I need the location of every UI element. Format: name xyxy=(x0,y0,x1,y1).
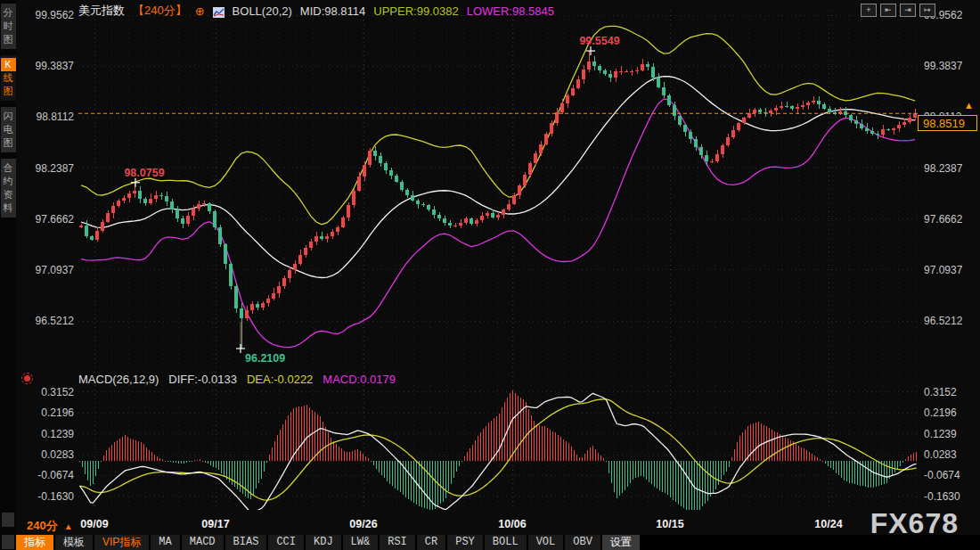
toolbar-item-OBV[interactable]: OBV xyxy=(565,535,600,550)
period-selector-label: 240分 xyxy=(27,518,58,534)
toolbar-item-MACD[interactable]: MACD xyxy=(182,535,224,550)
toolbar-item-LW&[interactable]: LW& xyxy=(343,535,379,550)
boll-lower-value: LOWER:98.5845 xyxy=(467,4,554,18)
svg-text:97.0937: 97.0937 xyxy=(924,264,963,276)
toolbar-item-RSI[interactable]: RSI xyxy=(380,535,415,550)
svg-text:10/06: 10/06 xyxy=(498,518,526,530)
sidebar-tab-char: 合 xyxy=(1,161,16,175)
symbol-name: 美元指数 xyxy=(78,3,125,19)
svg-text:98.0759: 98.0759 xyxy=(124,167,164,179)
sidebar-tab-1[interactable]: 分时图 xyxy=(1,4,16,49)
blink-dot-icon xyxy=(24,375,30,382)
toolbar-item-VIP指标[interactable]: VIP指标 xyxy=(94,535,149,550)
chart-canvas[interactable]: 98.075996.210999.554999.956299.956299.38… xyxy=(0,0,980,550)
svg-text:-0.1630: -0.1630 xyxy=(37,490,74,503)
svg-text:0.3152: 0.3152 xyxy=(41,386,74,398)
period-selector[interactable]: 240分 ▲ xyxy=(27,518,73,534)
svg-text:98.8112: 98.8112 xyxy=(37,111,75,123)
sidebar-tab-char: 图 xyxy=(1,33,16,46)
current-price-tag: 98.8519 xyxy=(918,115,977,131)
sidebar-tab-char: K xyxy=(1,58,16,71)
sidebar-tab-char: 闪 xyxy=(1,110,16,123)
bollinger-bands xyxy=(81,26,915,347)
svg-text:96.2109: 96.2109 xyxy=(245,352,285,365)
svg-text:97.0937: 97.0937 xyxy=(36,264,75,276)
sidebar-tab-2[interactable]: K线图 xyxy=(1,55,16,101)
svg-text:0.2196: 0.2196 xyxy=(41,406,74,419)
macd-panel xyxy=(79,390,918,516)
toolbar-item-KDJ[interactable]: KDJ xyxy=(306,535,341,550)
svg-text:09/17: 09/17 xyxy=(201,518,229,530)
sidebar-tab-char: 料 xyxy=(1,201,16,215)
svg-text:98.2387: 98.2387 xyxy=(36,162,75,175)
svg-text:97.6662: 97.6662 xyxy=(924,213,963,226)
svg-text:-0.1630: -0.1630 xyxy=(924,490,960,503)
toolbar-item-MA[interactable]: MA xyxy=(151,535,179,550)
svg-text:09/26: 09/26 xyxy=(349,518,377,530)
toolbar-item-模板[interactable]: 模板 xyxy=(55,535,93,550)
macd-histogram xyxy=(79,390,918,516)
triangle-up-icon: ▲ xyxy=(64,521,73,531)
boll-mid-value: MID:98.8114 xyxy=(300,4,365,18)
svg-text:98.2387: 98.2387 xyxy=(924,162,963,175)
pan-right-icon[interactable]: ⇥ xyxy=(900,4,916,17)
toolbar-item-PSY[interactable]: PSY xyxy=(447,535,483,550)
svg-text:96.5212: 96.5212 xyxy=(36,315,75,327)
crosshair-icon[interactable]: + xyxy=(861,4,877,17)
macd-params: MACD(26,12,9) xyxy=(78,373,159,386)
svg-text:99.9562: 99.9562 xyxy=(36,9,75,21)
svg-text:0.1239: 0.1239 xyxy=(924,428,957,440)
svg-text:0.1239: 0.1239 xyxy=(41,428,74,440)
svg-text:-0.0674: -0.0674 xyxy=(924,469,960,481)
svg-text:09/09: 09/09 xyxy=(80,518,108,530)
sidebar-tab-char: 分 xyxy=(1,6,16,20)
pan-left-icon[interactable]: ⇤ xyxy=(880,4,896,17)
svg-text:97.6662: 97.6662 xyxy=(36,213,75,226)
sidebar-tab-char: 图 xyxy=(1,136,16,150)
svg-text:0.0283: 0.0283 xyxy=(41,448,74,461)
svg-text:96.5212: 96.5212 xyxy=(924,315,963,327)
boll-params: BOLL(20,2) xyxy=(233,4,292,18)
sidebar-tab-char: 电 xyxy=(1,123,16,136)
toolbar-item-指标[interactable]: 指标 xyxy=(16,535,53,550)
chart-icon[interactable] xyxy=(213,7,225,17)
shift-right-icon[interactable]: ↦ xyxy=(919,4,935,17)
sidebar-bottom-button-2[interactable] xyxy=(2,535,14,549)
macd-header: MACD(26,12,9) DIFF:-0.0133 DEA:-0.0222 M… xyxy=(78,373,396,386)
sidebar-tab-4[interactable]: 合约资料 xyxy=(1,159,16,218)
toolbar-item-CCI[interactable]: CCI xyxy=(268,535,304,550)
sidebar-tab-char: 图 xyxy=(1,85,16,98)
svg-text:99.3837: 99.3837 xyxy=(924,60,963,72)
sidebar-bottom-button-1[interactable] xyxy=(2,513,14,527)
sidebar-tab-char: 约 xyxy=(1,175,16,188)
macd-macd-value: MACD:0.0179 xyxy=(323,373,396,386)
sidebar-tab-char: 线 xyxy=(1,71,16,85)
price-tag-arrow-icon: ▲ xyxy=(964,100,974,111)
candlestick-series xyxy=(79,51,917,349)
chart-tool-icons: +⇤⇥↦ xyxy=(861,4,935,17)
svg-text:99.5549: 99.5549 xyxy=(579,35,619,47)
sidebar-tab-char: 时 xyxy=(1,20,16,33)
period-badge: 【240分】 xyxy=(133,3,187,19)
target-icon[interactable]: ⊕ xyxy=(195,4,205,18)
svg-text:0.0283: 0.0283 xyxy=(924,448,957,461)
svg-text:0.3152: 0.3152 xyxy=(924,386,957,398)
macd-dea-value: DEA:-0.0222 xyxy=(247,373,313,386)
sidebar: 分时图K线图闪电图合约资料 xyxy=(0,0,16,550)
svg-text:10/15: 10/15 xyxy=(656,518,683,530)
svg-text:99.3837: 99.3837 xyxy=(36,60,75,72)
indicator-toolbar: 指标模板VIP指标MAMACDBIASCCIKDJLW&RSICRPSYBOLL… xyxy=(16,535,980,550)
toolbar-item-BOLL[interactable]: BOLL xyxy=(485,535,527,550)
boll-upper-value: UPPER:99.0382 xyxy=(373,4,458,18)
toolbar-item-VOL[interactable]: VOL xyxy=(528,535,564,550)
svg-text:-0.0674: -0.0674 xyxy=(37,469,74,481)
macd-diff-value: DIFF:-0.0133 xyxy=(168,373,237,386)
sidebar-tab-3[interactable]: 闪电图 xyxy=(1,107,16,152)
sidebar-tab-char: 资 xyxy=(1,188,16,201)
title-bar: 美元指数 【240分】 ⊕ BOLL(20,2) MID:98.8114 UPP… xyxy=(78,3,554,19)
toolbar-item-BIAS[interactable]: BIAS xyxy=(225,535,267,550)
svg-text:10/24: 10/24 xyxy=(814,518,842,530)
toolbar-item-CR[interactable]: CR xyxy=(417,535,445,550)
toolbar-item-设置[interactable]: 设置 xyxy=(602,535,640,550)
svg-text:0.2196: 0.2196 xyxy=(924,406,957,419)
